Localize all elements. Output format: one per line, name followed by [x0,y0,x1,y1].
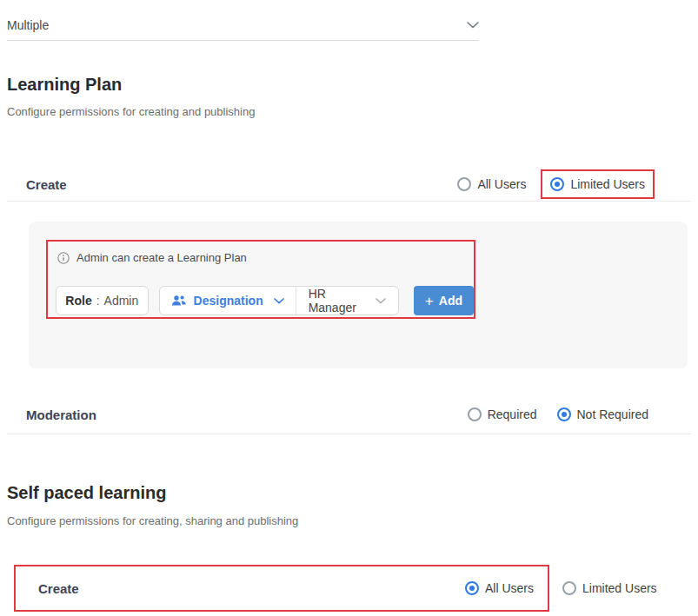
radio-selected-icon [557,407,571,421]
radio-selected-icon [465,581,479,595]
role-value: Admin [104,294,139,308]
role-key: Role [65,294,91,308]
learning-plan-title: Learning Plan [7,75,122,95]
chevron-down-icon [376,298,386,304]
chevron-down-icon [467,22,479,29]
plus-icon: + [425,294,434,308]
moderation-row: Moderation Required Not Required [7,395,691,434]
permissions-settings-page: Multiple Learning Plan Configure permiss… [0,0,698,616]
radio-label: Limited Users [570,177,645,191]
create-label: Create [38,581,79,596]
radio-label: Limited Users [582,581,657,595]
self-paced-subtitle: Configure permissions for creating, shar… [7,514,298,527]
multiple-select-value: Multiple [7,18,49,32]
moderation-label: Moderation [26,407,96,422]
radio-label: All Users [485,581,534,595]
designation-combo: Designation HR Manager [159,286,399,315]
info-circle-icon [57,252,70,264]
radio-all-users[interactable]: All Users [457,177,526,191]
create-radio-group: All Users Limited Users [457,169,655,199]
radio-all-users[interactable]: All Users [465,581,534,595]
radio-unselected-icon [457,177,471,191]
role-chip[interactable]: Role : Admin [56,286,149,315]
radio-unselected-icon [468,407,482,421]
radio-not-required[interactable]: Not Required [557,407,649,421]
learning-plan-subtitle: Configure permissions for creating and p… [7,105,255,118]
radio-label: Not Required [577,407,649,421]
create-label: Create [26,177,67,192]
info-text: Admin can create a Learning Plan [76,251,247,264]
multiple-select[interactable]: Multiple [7,10,479,41]
radio-unselected-icon [562,581,576,595]
radio-label: All Users [477,177,526,191]
learning-plan-create-row: Create All Users Limited Users [7,168,691,202]
limited-users-panel: Admin can create a Learning Plan Role : … [29,222,688,368]
limited-users-controls: Role : Admin Designation [56,286,474,315]
radio-required[interactable]: Required [468,407,537,421]
designation-value-dropdown[interactable]: HR Manager [296,287,398,315]
radio-limited-users[interactable]: Limited Users [541,169,655,199]
moderation-radio-group: Required Not Required [468,407,648,421]
limited-users-config-box: Admin can create a Learning Plan Role : … [46,240,475,319]
radio-selected-icon [550,177,564,191]
add-button-label: Add [439,294,462,308]
self-paced-title: Self paced learning [7,483,166,503]
designation-value: HR Manager [309,287,368,315]
self-paced-create-row: Create All Users Limited Users [14,565,691,612]
add-button[interactable]: + Add [414,286,474,315]
role-separator: : [96,294,100,308]
designation-label: Designation [194,294,263,308]
info-line: Admin can create a Learning Plan [57,251,466,264]
self-paced-create-highlight: Create All Users [14,565,549,612]
chevron-down-icon [274,298,284,304]
designation-dropdown[interactable]: Designation [160,287,296,315]
radio-limited-users[interactable]: Limited Users [562,581,657,595]
radio-label: Required [488,407,537,421]
people-icon [171,295,187,307]
